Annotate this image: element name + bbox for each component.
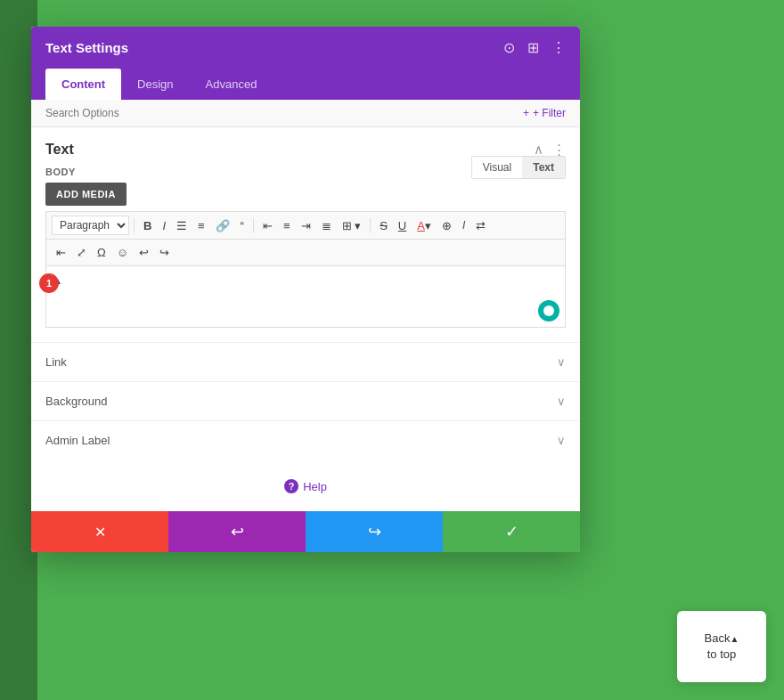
outdent-button[interactable]: ⇤ [52,243,70,262]
bold-button[interactable]: B [139,216,156,235]
format-button[interactable]: ⊕ [437,216,456,235]
header-icons: ⊙ ⊞ ⋮ [503,39,566,56]
help-icon: ? [284,479,298,493]
align-center-button[interactable]: ≡ [279,216,295,235]
link-button[interactable]: 🔗 [211,216,234,235]
fullscreen-button[interactable]: ⤢ [72,243,91,262]
more-icon[interactable]: ⋮ [551,39,566,56]
section-icons: ∧ ⋮ [534,142,566,158]
tab-design[interactable]: Design [121,69,189,100]
panel-content: Text ∧ ⋮ Body ADD MEDIA Visual Text Para… [31,127,580,342]
save-icon: ✓ [505,522,519,541]
help-section: ? Help [31,460,580,511]
ordered-list-button[interactable]: ☰ [172,216,192,235]
italic-button[interactable]: I [158,216,170,235]
help-label: Help [303,480,327,493]
step-badge: 1 [39,273,59,293]
link-section[interactable]: Link ∨ [31,342,580,381]
redo-editor-button[interactable]: ↪ [155,243,174,262]
special-chars-button[interactable]: Ω [93,243,110,262]
admin-label-chevron: ∨ [557,434,566,447]
align-justify-button[interactable]: ≣ [317,216,336,235]
editor-toolbar-row1: Paragraph B I ☰ ≡ 🔗 “ ⇤ ≡ ⇥ ≣ ⊞ ▾ S U A … [45,211,566,239]
admin-label-label: Admin Label [45,434,110,447]
table-button[interactable]: ⊞ ▾ [338,216,366,235]
toolbar-separator-2 [253,218,254,232]
back-to-top-widget[interactable]: Back▲ to top [677,611,766,682]
filter-label: + Filter [533,107,566,119]
undo-icon: ↩ [231,522,244,541]
focus-icon[interactable]: ⊙ [503,39,515,56]
undo-button[interactable]: ↩ [168,511,306,552]
grammarly-icon [543,305,554,316]
background-label: Background [45,395,107,408]
redo-icon: ↪ [368,522,381,541]
modal-title: Text Settings [45,40,128,55]
cancel-button[interactable]: ✕ [31,511,168,552]
section-more-icon[interactable]: ⋮ [552,142,566,158]
link-label: Link [45,355,67,369]
filter-button[interactable]: + + Filter [523,107,566,119]
action-bar: ✕ ↩ ↪ ✓ [31,511,580,552]
section-title: Text [45,142,74,158]
undo-editor-button[interactable]: ↩ [135,243,153,262]
visual-button[interactable]: Visual [472,157,522,178]
search-bar: + + Filter [31,100,580,127]
text-button[interactable]: Text [522,157,565,178]
strikethrough-button[interactable]: S [375,216,392,235]
background-chevron: ∨ [557,395,566,408]
tab-advanced[interactable]: Advanced [190,69,274,100]
toolbar-separator-1 [134,218,135,232]
indent-button[interactable]: ⇄ [471,216,490,235]
align-right-button[interactable]: ⇥ [297,216,315,235]
back-to-top-text: Back▲ to top [705,631,739,663]
collapse-icon[interactable]: ∧ [534,142,543,158]
modal-header: Text Settings ⊙ ⊞ ⋮ [31,27,580,69]
emoji-button[interactable]: ☺ [112,243,133,262]
redo-button[interactable]: ↪ [306,511,443,552]
editor-top-row: ADD MEDIA Visual Text [45,183,566,211]
text-settings-modal: Text Settings ⊙ ⊞ ⋮ Content Design Advan… [31,27,580,552]
view-toggle: Visual Text [471,156,566,179]
paragraph-select[interactable]: Paragraph [52,216,129,235]
cursor-triangle: ▲ [53,277,558,286]
editor-toolbar-row2: ⇤ ⤢ Ω ☺ ↩ ↪ [45,239,566,265]
align-left-button[interactable]: ⇤ [258,216,277,235]
unordered-list-button[interactable]: ≡ [193,216,209,235]
columns-icon[interactable]: ⊞ [527,39,539,56]
search-input[interactable] [45,107,523,119]
tab-content[interactable]: Content [45,69,121,100]
help-link[interactable]: ? Help [284,479,327,493]
grammarly-button[interactable] [538,300,559,322]
tabs-bar: Content Design Advanced [31,69,580,100]
background-section[interactable]: Background ∨ [31,381,580,420]
editor-area[interactable]: 1 ▲ [45,265,566,328]
admin-label-section[interactable]: Admin Label ∨ [31,420,580,460]
link-chevron: ∨ [557,355,566,369]
save-button[interactable]: ✓ [443,511,580,552]
blockquote-button[interactable]: “ [236,216,249,235]
cancel-icon: ✕ [94,524,106,541]
add-media-button[interactable]: ADD MEDIA [45,183,127,206]
toolbar-separator-3 [370,218,371,232]
text-color-button[interactable]: A ▾ [412,216,436,235]
italic2-button[interactable]: I [458,216,470,234]
filter-icon: + [523,107,529,119]
underline-button[interactable]: U [394,216,411,235]
